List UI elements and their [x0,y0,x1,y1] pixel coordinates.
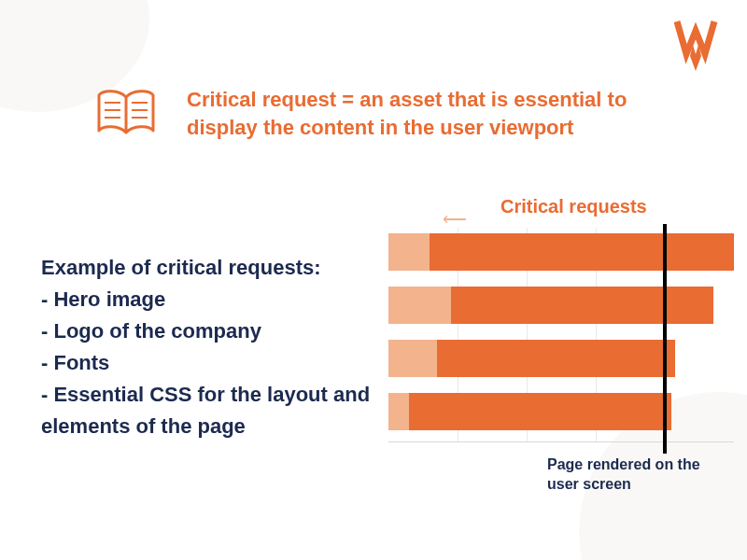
brand-logo-icon [672,17,719,73]
chart-bar [388,340,675,377]
examples-block: Example of critical requests: - Hero ima… [41,252,377,443]
examples-list: - Hero image- Logo of the company- Fonts… [41,284,377,442]
examples-item: - Essential CSS for the layout and eleme… [41,379,377,442]
chart-bar [388,233,734,271]
chart-title: Critical requests [500,196,647,217]
chart-plot [388,228,734,442]
book-icon [93,86,159,142]
critical-requests-chart: ⟵ Critical requests Page rendered on the… [388,196,734,495]
definition-text: Critical request = an asset that is esse… [187,86,672,141]
page-rendered-line [663,224,667,454]
definition-block: Critical request = an asset that is esse… [93,86,672,142]
arrow-left-icon: ⟵ [443,209,467,230]
examples-heading: Example of critical requests: [41,252,377,284]
chart-caption: Page rendered on the user screen [547,455,715,495]
examples-item: - Hero image [41,284,377,315]
chart-bar [388,393,671,430]
examples-item: - Logo of the company [41,315,377,347]
examples-item: - Fonts [41,347,377,379]
